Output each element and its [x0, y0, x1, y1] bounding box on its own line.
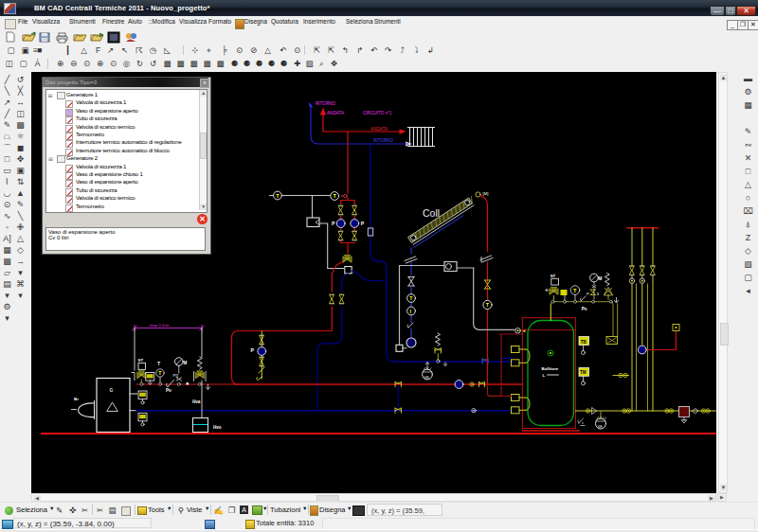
svg-text:G: G [110, 387, 114, 393]
svg-text:ST: ST [138, 358, 144, 363]
svg-text:M: M [599, 276, 603, 281]
svg-text:VE: VE [424, 376, 430, 380]
svg-text:P[]: P[] [173, 373, 178, 378]
svg-text:M: M [184, 361, 188, 365]
svg-text:Po: Po [582, 307, 587, 311]
svg-text:T: T [157, 362, 160, 366]
svg-text:P: P [251, 347, 255, 353]
svg-text:Po: Po [166, 388, 171, 393]
svg-text:T: T [573, 288, 577, 293]
svg-text:Bollitore: Bollitore [542, 366, 559, 371]
svg-text:3: 3 [597, 292, 600, 296]
svg-text:TB: TB [581, 340, 587, 345]
svg-text:CIRCUITO n°1: CIRCUITO n°1 [363, 111, 392, 115]
svg-text:Hvo: Hvo [213, 425, 222, 430]
svg-text:P: P [587, 292, 589, 296]
svg-text:P: P [332, 221, 335, 226]
svg-text:RITORNO: RITORNO [316, 101, 336, 106]
svg-text:L: L [543, 373, 546, 378]
svg-text:RITORNO: RITORNO [373, 138, 394, 143]
svg-text:TM: TM [580, 370, 587, 375]
svg-text:P: P [361, 221, 365, 226]
svg-text:ANDATA: ANDATA [327, 111, 345, 115]
svg-text:ST: ST [550, 274, 556, 278]
svg-text:Br: Br [74, 397, 79, 401]
svg-text:ANDATA: ANDATA [370, 127, 388, 132]
svg-text:[M]: [M] [483, 191, 489, 196]
svg-text:VE: VE [598, 425, 604, 429]
svg-text:Coll: Coll [423, 207, 440, 219]
svg-text:Hva: Hva [192, 399, 201, 404]
svg-text:max 1.0 m: max 1.0 m [150, 323, 170, 328]
